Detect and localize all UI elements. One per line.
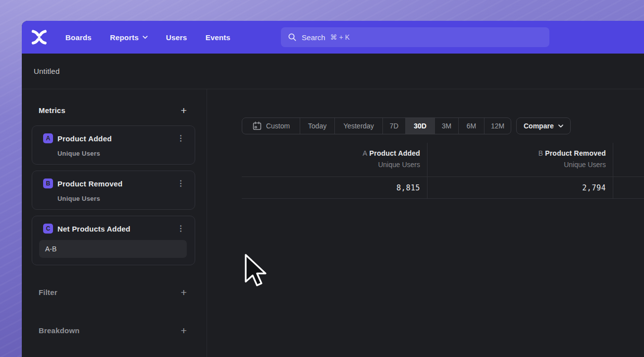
add-metric-button[interactable]: + bbox=[181, 105, 187, 116]
date-controls: Custom Today Yesterday 7D 30D 3M 6M 12M … bbox=[242, 118, 571, 134]
content: Metrics + A Product Added ⋮ Unique Users… bbox=[22, 89, 644, 357]
date-range-label: Yesterday bbox=[343, 122, 374, 130]
nav-item-events[interactable]: Events bbox=[206, 33, 230, 42]
date-range-label: Today bbox=[308, 122, 326, 130]
column-subtitle: Unique Users bbox=[242, 159, 420, 170]
filter-title: Filter bbox=[39, 288, 57, 297]
nav-item-boards[interactable]: Boards bbox=[65, 33, 92, 42]
metric-badge: A bbox=[43, 133, 53, 143]
date-range-label: 6M bbox=[467, 122, 476, 130]
metric-name: Net Products Added bbox=[57, 225, 130, 233]
search-label: Search bbox=[302, 33, 325, 42]
column-title: Product Added bbox=[370, 149, 420, 157]
main-area: Custom Today Yesterday 7D 30D 3M 6M 12M … bbox=[207, 89, 644, 357]
column-subtitle: Unique Users bbox=[428, 159, 606, 170]
breakdown-title: Breakdown bbox=[39, 326, 80, 335]
metric-name: Product Added bbox=[57, 134, 112, 143]
more-options-icon[interactable]: ⋮ bbox=[175, 225, 187, 233]
date-range-selector: Custom Today Yesterday 7D 30D 3M 6M 12M bbox=[242, 118, 511, 134]
column-prefix: A bbox=[363, 149, 368, 157]
metric-card-a[interactable]: A Product Added ⋮ Unique Users bbox=[32, 125, 195, 165]
table-value-filler bbox=[613, 177, 644, 199]
date-range-label: 30D bbox=[414, 122, 427, 130]
top-navbar: Boards Reports Users Events Search ⌘ + K bbox=[22, 21, 644, 54]
sidebar: Metrics + A Product Added ⋮ Unique Users… bbox=[22, 89, 207, 357]
nav-item-users[interactable]: Users bbox=[166, 33, 187, 42]
date-range-7d[interactable]: 7D bbox=[383, 118, 406, 134]
metric-cards: A Product Added ⋮ Unique Users B Product… bbox=[32, 125, 195, 265]
search-shortcut: ⌘ + K bbox=[330, 33, 350, 41]
more-options-icon[interactable]: ⋮ bbox=[175, 179, 187, 187]
metrics-title: Metrics bbox=[39, 106, 65, 115]
metric-subtitle[interactable]: Unique Users bbox=[57, 195, 187, 202]
page-title[interactable]: Untitled bbox=[34, 67, 59, 75]
mixpanel-logo-icon[interactable] bbox=[31, 29, 48, 45]
metric-badge: B bbox=[43, 178, 53, 188]
table-value-col-a[interactable]: 8,815 bbox=[242, 177, 428, 199]
filter-section-header: Filter + bbox=[39, 287, 187, 298]
chevron-down-icon bbox=[558, 124, 563, 128]
compare-button[interactable]: Compare bbox=[516, 118, 571, 134]
date-range-label: 12M bbox=[491, 122, 504, 130]
date-range-6m[interactable]: 6M bbox=[459, 118, 484, 134]
nav-item-label: Users bbox=[166, 33, 187, 42]
metric-name: Product Removed bbox=[57, 179, 122, 188]
table-header-filler bbox=[613, 143, 644, 177]
add-filter-button[interactable]: + bbox=[181, 287, 187, 298]
search-icon bbox=[288, 33, 297, 42]
more-options-icon[interactable]: ⋮ bbox=[175, 134, 187, 142]
nav-item-label: Boards bbox=[65, 33, 92, 42]
breakdown-section-header: Breakdown + bbox=[39, 325, 187, 336]
metric-subtitle[interactable]: Unique Users bbox=[57, 150, 187, 157]
column-prefix: B bbox=[538, 149, 543, 157]
metric-badge: C bbox=[43, 224, 53, 234]
nav-item-reports[interactable]: Reports bbox=[110, 33, 148, 42]
date-range-label: Custom bbox=[266, 122, 290, 130]
metrics-section-header: Metrics + bbox=[39, 105, 187, 116]
nav-item-label: Events bbox=[206, 33, 230, 42]
metric-card-c[interactable]: C Net Products Added ⋮ A-B bbox=[32, 216, 195, 265]
date-range-today[interactable]: Today bbox=[300, 118, 335, 134]
calendar-icon bbox=[252, 121, 262, 131]
table-header-col-b: BProduct Removed Unique Users bbox=[428, 143, 613, 177]
metrics-table: AProduct Added Unique Users BProduct Rem… bbox=[242, 143, 644, 199]
date-range-custom[interactable]: Custom bbox=[242, 118, 300, 134]
report-header: Untitled bbox=[22, 54, 644, 89]
chevron-down-icon bbox=[143, 36, 148, 39]
app-window: Boards Reports Users Events Search ⌘ + K bbox=[22, 21, 644, 357]
metric-card-b[interactable]: B Product Removed ⋮ Unique Users bbox=[32, 171, 195, 210]
column-title: Product Removed bbox=[545, 149, 606, 157]
date-range-12m[interactable]: 12M bbox=[484, 118, 511, 134]
date-range-label: 3M bbox=[442, 122, 451, 130]
formula-input[interactable]: A-B bbox=[39, 240, 187, 258]
add-breakdown-button[interactable]: + bbox=[181, 325, 187, 336]
date-range-3m[interactable]: 3M bbox=[435, 118, 459, 134]
nav-item-label: Reports bbox=[110, 33, 139, 42]
search-input[interactable]: Search ⌘ + K bbox=[281, 27, 549, 47]
nav-items: Boards Reports Users Events bbox=[65, 33, 230, 42]
table-value-col-b[interactable]: 2,794 bbox=[428, 177, 613, 199]
date-range-label: 7D bbox=[390, 122, 399, 130]
date-range-30d-active[interactable]: 30D bbox=[406, 118, 435, 134]
compare-label: Compare bbox=[524, 122, 554, 130]
date-range-yesterday[interactable]: Yesterday bbox=[335, 118, 383, 134]
table-header-col-a: AProduct Added Unique Users bbox=[242, 143, 428, 177]
